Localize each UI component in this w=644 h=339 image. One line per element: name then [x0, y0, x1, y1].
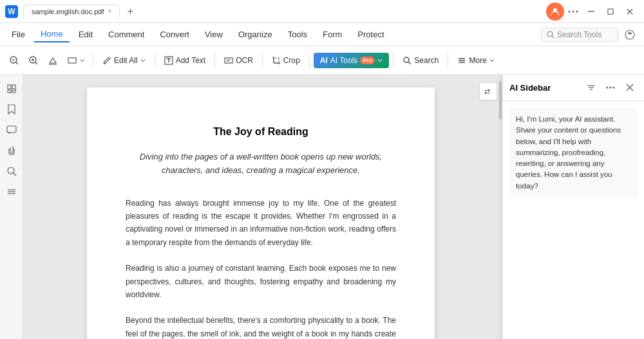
svg-point-3 — [576, 10, 578, 12]
svg-rect-39 — [8, 85, 11, 89]
sidebar-search[interactable] — [3, 162, 21, 180]
ai-pro-badge: Pro — [360, 57, 375, 64]
sidebar-page-thumbnails[interactable] — [3, 80, 21, 98]
user-avatar[interactable] — [546, 3, 564, 21]
ai-more-icon[interactable] — [603, 80, 618, 95]
svg-line-20 — [35, 62, 37, 64]
sidebar-comments[interactable] — [3, 121, 21, 139]
restore-button[interactable] — [601, 3, 620, 21]
svg-point-44 — [8, 167, 14, 174]
more-button[interactable]: More — [452, 53, 499, 68]
document-area[interactable]: The Joy of Reading Diving into the pages… — [23, 75, 498, 339]
upload-button[interactable] — [621, 26, 639, 44]
more-label: More — [469, 56, 486, 65]
sidebar-layers[interactable] — [3, 183, 21, 201]
menu-form[interactable]: Form — [316, 27, 348, 42]
document-title: The Joy of Reading — [126, 126, 396, 138]
add-text-button[interactable]: Add Text — [159, 53, 211, 68]
edit-all-button[interactable]: Edit All — [97, 53, 151, 68]
highlight-icon — [48, 55, 58, 66]
sep6 — [393, 53, 393, 68]
shape-dropdown-icon — [80, 58, 85, 63]
more-icon — [457, 56, 466, 65]
crop-label: Crop — [283, 56, 300, 65]
menu-organize[interactable]: Organize — [232, 27, 279, 42]
app-icon: W — [5, 5, 18, 18]
menu-view[interactable]: View — [198, 27, 229, 42]
menu-protect[interactable]: Protect — [351, 27, 390, 42]
menu-file[interactable]: File — [5, 27, 32, 42]
document-para-2: Reading is also a journey of constant le… — [126, 262, 396, 301]
search-tools-box[interactable]: Search Tools — [541, 28, 618, 42]
document-para-1: Reading has always brought immense joy t… — [126, 197, 396, 250]
zoom-in-button[interactable] — [24, 52, 43, 69]
svg-point-58 — [613, 87, 615, 89]
shape-button[interactable] — [63, 52, 89, 69]
menu-home[interactable]: Home — [34, 26, 70, 42]
tab-bar: sample.english.doc.pdf × + — [23, 4, 546, 19]
document-page: The Joy of Reading Diving into the pages… — [87, 87, 435, 339]
menu-comment[interactable]: Comment — [102, 27, 151, 42]
add-text-icon — [164, 56, 173, 65]
edit-all-dropdown-icon — [140, 59, 146, 62]
search-tools-icon — [547, 31, 554, 39]
sidebar-bookmarks[interactable] — [3, 100, 21, 118]
crop-icon — [272, 56, 281, 65]
ai-chat-area[interactable]: Hi, I'm Lumi, your AI assistant. Share y… — [503, 101, 644, 339]
more-options-icon[interactable] — [565, 4, 581, 19]
crop-button[interactable]: Crop — [267, 53, 305, 68]
search-button[interactable]: Search — [397, 53, 444, 68]
ai-tools-button[interactable]: AI AI Tools Pro — [314, 53, 389, 68]
ai-close-button[interactable] — [622, 80, 638, 95]
menu-convert[interactable]: Convert — [153, 27, 196, 42]
shape-icon — [67, 55, 77, 66]
more-dropdown-icon — [489, 59, 495, 62]
ai-filter-icon[interactable] — [583, 80, 599, 95]
svg-point-8 — [547, 32, 553, 37]
svg-rect-42 — [12, 90, 15, 93]
svg-line-45 — [14, 173, 16, 176]
svg-rect-43 — [7, 126, 16, 133]
ocr-icon — [224, 56, 233, 65]
edit-all-label: Edit All — [114, 56, 138, 65]
svg-point-1 — [569, 10, 571, 12]
svg-line-35 — [408, 62, 411, 64]
menu-edit[interactable]: Edit — [72, 27, 99, 42]
sep3 — [214, 53, 215, 68]
highlight-button[interactable] — [44, 52, 62, 69]
svg-point-2 — [573, 10, 574, 12]
translate-button[interactable]: ⇄ — [479, 82, 497, 100]
zoom-in-icon — [28, 55, 39, 66]
svg-rect-41 — [8, 90, 11, 93]
new-tab-button[interactable]: + — [122, 4, 138, 19]
svg-rect-5 — [608, 9, 613, 14]
scroll-thumb[interactable] — [499, 81, 502, 120]
document-subtitle: Diving into the pages of a well-written … — [126, 151, 396, 178]
svg-line-9 — [552, 36, 554, 38]
tab-close-icon[interactable]: × — [108, 8, 112, 15]
search-label: Search — [414, 56, 439, 65]
ai-icon: AI — [320, 56, 328, 65]
page-float-tools: ⇄ — [479, 82, 497, 100]
ai-tools-label: AI Tools — [330, 56, 357, 65]
menu-tools[interactable]: Tools — [281, 27, 314, 42]
toolbar: Edit All Add Text OCR Crop AI AI Tools P… — [0, 46, 644, 75]
sep5 — [309, 53, 310, 68]
minimize-button[interactable] — [582, 3, 600, 21]
sidebar-attachments[interactable] — [3, 142, 21, 160]
sep1 — [93, 53, 93, 68]
scrollbar[interactable] — [498, 75, 502, 339]
svg-text:⇄: ⇄ — [484, 87, 490, 95]
ai-sidebar-header: AI Sidebar — [503, 75, 644, 101]
ocr-button[interactable]: OCR — [219, 53, 258, 68]
svg-rect-22 — [68, 58, 76, 63]
ai-tools-dropdown-icon — [377, 59, 383, 62]
zoom-out-button[interactable] — [5, 52, 23, 69]
window-controls — [546, 3, 639, 21]
ai-greeting-message: Hi, I'm Lumi, your AI assistant. Share y… — [509, 107, 638, 198]
svg-rect-4 — [588, 11, 594, 12]
close-button[interactable] — [621, 3, 639, 21]
svg-point-34 — [404, 57, 409, 62]
svg-line-16 — [16, 62, 18, 64]
active-tab[interactable]: sample.english.doc.pdf × — [23, 5, 120, 19]
